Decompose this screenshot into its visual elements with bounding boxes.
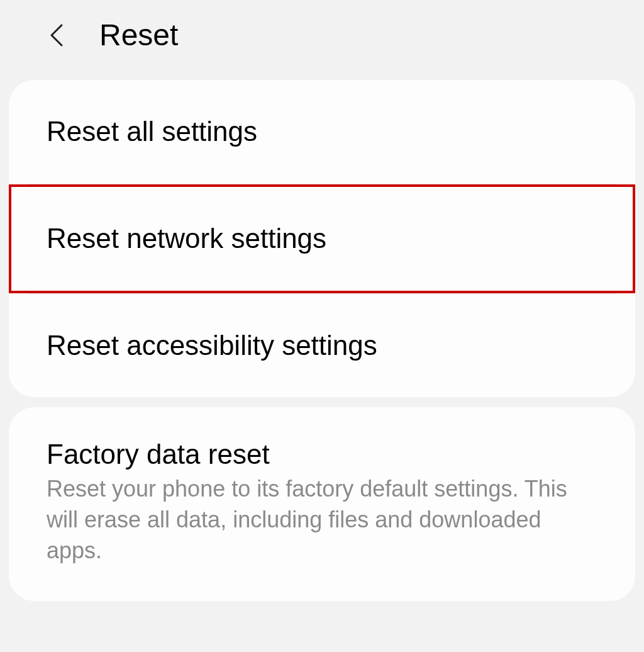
reset-accessibility-settings-label: Reset accessibility settings bbox=[47, 329, 597, 363]
header: Reset bbox=[0, 0, 644, 70]
back-icon[interactable] bbox=[44, 23, 69, 48]
factory-reset-card: Factory data reset Reset your phone to i… bbox=[9, 407, 635, 601]
reset-all-settings-label: Reset all settings bbox=[47, 115, 597, 149]
factory-data-reset-item[interactable]: Factory data reset Reset your phone to i… bbox=[9, 407, 635, 601]
factory-data-reset-title: Factory data reset bbox=[47, 439, 597, 470]
reset-network-settings-item[interactable]: Reset network settings bbox=[9, 184, 635, 293]
factory-data-reset-description: Reset your phone to its factory default … bbox=[47, 474, 597, 566]
reset-options-card: Reset all settings Reset network setting… bbox=[9, 80, 635, 397]
reset-all-settings-item[interactable]: Reset all settings bbox=[9, 80, 635, 184]
page-title: Reset bbox=[99, 18, 178, 52]
reset-network-settings-label: Reset network settings bbox=[47, 222, 597, 256]
reset-accessibility-settings-item[interactable]: Reset accessibility settings bbox=[9, 294, 635, 398]
